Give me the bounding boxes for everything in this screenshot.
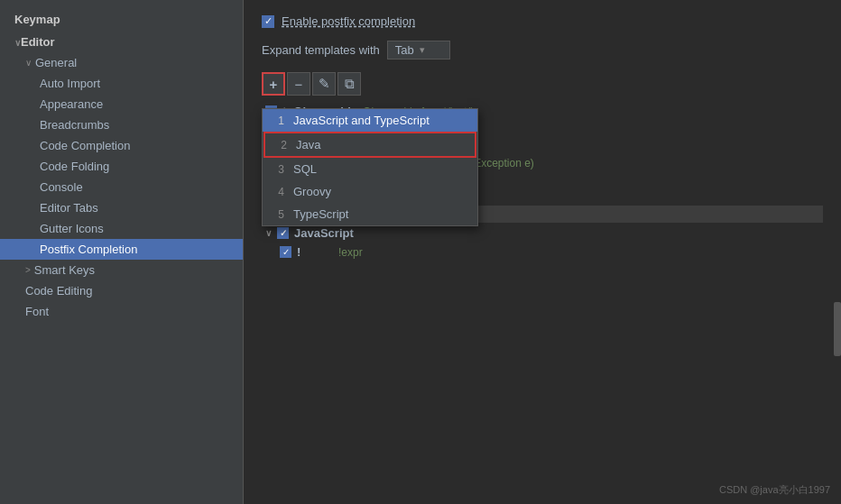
expand-templates-label: Expand templates with [262, 43, 380, 57]
chevron-down-icon: ∨ [14, 38, 21, 48]
enable-postfix-label: Enable postfix completion [282, 14, 415, 28]
sidebar-item-breadcrumbs[interactable]: Breadcrumbs [0, 115, 243, 135]
chevron-down-icon: ∨ [14, 58, 32, 68]
sidebar-item-editor[interactable]: ∨ Editor [0, 30, 243, 52]
dropdown-item-js-ts[interactable]: 1 JavaScript and TypeScript [263, 109, 477, 132]
edit-button[interactable]: ✎ [312, 72, 336, 96]
dropdown-item-label: JavaScript and TypeScript [293, 114, 430, 127]
dropdown-item-num: 3 [273, 163, 284, 176]
sidebar-item-console[interactable]: Console [0, 177, 243, 197]
dropdown-item-num: 1 [273, 115, 284, 127]
sidebar-item-postfix-completion[interactable]: Postfix Completion [0, 239, 243, 260]
dropdown-item-label: SQL [293, 162, 317, 176]
watermark: CSDN @java亮小白1997 [719, 483, 830, 497]
language-dropdown[interactable]: 1 JavaScript and TypeScript 2 Java 3 SQL… [262, 108, 478, 226]
template-desc: !expr [338, 246, 363, 259]
enable-postfix-row: Enable postfix completion [262, 14, 823, 28]
main-panel: Enable postfix completion Expand templat… [244, 0, 841, 504]
select-value: Tab [395, 43, 414, 57]
sidebar-item-code-editing[interactable]: Code Editing [0, 280, 243, 301]
template-row-exclamation: ! !expr [262, 243, 823, 261]
template-toolbar: + − ✎ ⧉ [262, 72, 823, 96]
remove-button[interactable]: − [287, 72, 310, 96]
sidebar-item-keymap[interactable]: Keymap [0, 7, 243, 30]
enable-postfix-checkbox[interactable] [262, 15, 274, 28]
sidebar-item-code-completion[interactable]: Code Completion [0, 135, 243, 156]
sidebar-item-general[interactable]: ∨ General [0, 52, 243, 73]
dropdown-item-groovy[interactable]: 4 Groovy [263, 180, 477, 203]
settings-sidebar: Keymap ∨ Editor ∨ General Auto Import Ap… [0, 0, 244, 504]
chevron-right-icon: > [14, 265, 31, 275]
add-button[interactable]: + [262, 72, 285, 96]
sidebar-item-code-folding[interactable]: Code Folding [0, 156, 243, 177]
scrollbar-thumb[interactable] [834, 302, 841, 356]
sidebar-item-smart-keys[interactable]: > Smart Keys [0, 260, 243, 280]
dropdown-item-label: Java [296, 138, 320, 151]
chevron-down-icon: ∨ [265, 228, 272, 238]
template-abbr: ! [297, 245, 333, 259]
dropdown-item-java[interactable]: 2 Java [263, 132, 476, 158]
expand-templates-row: Expand templates with Tab [262, 41, 823, 60]
section-label-text: JavaScript [294, 226, 354, 240]
scrollbar-area [834, 0, 841, 504]
dropdown-item-label: Groovy [293, 185, 331, 198]
sidebar-item-editor-tabs[interactable]: Editor Tabs [0, 197, 243, 218]
dropdown-item-num: 5 [273, 208, 284, 221]
copy-button[interactable]: ⧉ [337, 72, 361, 96]
sidebar-item-font[interactable]: Font [0, 301, 243, 322]
dropdown-item-typescript[interactable]: 5 TypeScript [263, 203, 477, 225]
dropdown-item-label: TypeScript [293, 207, 348, 221]
dropdown-item-num: 4 [273, 186, 284, 198]
sidebar-item-auto-import[interactable]: Auto Import [0, 73, 243, 94]
section-checkbox[interactable] [277, 227, 289, 239]
template-checkbox[interactable] [280, 246, 291, 258]
dropdown-item-num: 2 [276, 139, 287, 151]
sidebar-item-appearance[interactable]: Appearance [0, 94, 243, 115]
dropdown-item-sql[interactable]: 3 SQL [263, 158, 477, 180]
expand-templates-select[interactable]: Tab [387, 41, 450, 60]
sidebar-item-gutter-icons[interactable]: Gutter Icons [0, 218, 243, 239]
